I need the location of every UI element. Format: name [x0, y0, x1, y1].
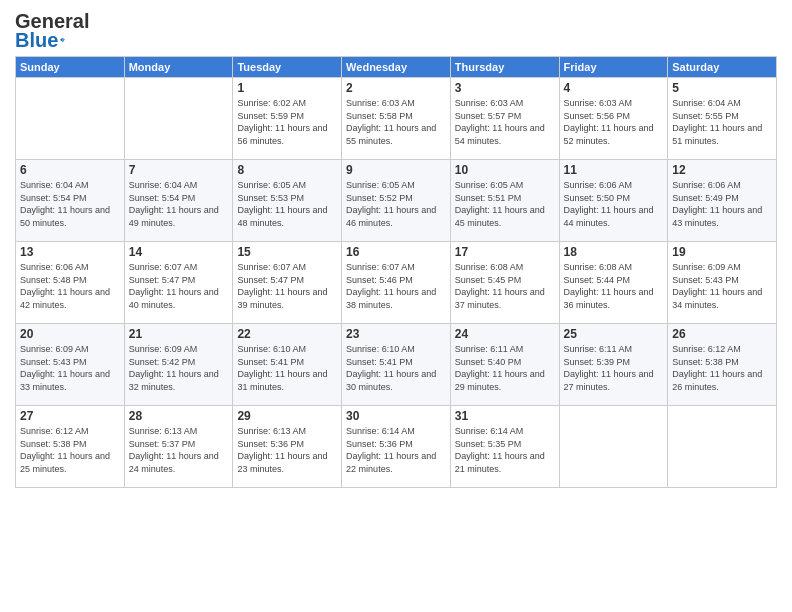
calendar-cell [124, 78, 233, 160]
calendar-cell: 28Sunrise: 6:13 AM Sunset: 5:37 PM Dayli… [124, 406, 233, 488]
day-number: 3 [455, 81, 555, 95]
calendar-cell: 31Sunrise: 6:14 AM Sunset: 5:35 PM Dayli… [450, 406, 559, 488]
day-number: 6 [20, 163, 120, 177]
day-number: 26 [672, 327, 772, 341]
day-info: Sunrise: 6:03 AM Sunset: 5:58 PM Dayligh… [346, 97, 446, 147]
day-info: Sunrise: 6:03 AM Sunset: 5:56 PM Dayligh… [564, 97, 664, 147]
day-number: 31 [455, 409, 555, 423]
day-number: 20 [20, 327, 120, 341]
day-info: Sunrise: 6:09 AM Sunset: 5:43 PM Dayligh… [20, 343, 120, 393]
weekday-header-saturday: Saturday [668, 57, 777, 78]
calendar-cell: 20Sunrise: 6:09 AM Sunset: 5:43 PM Dayli… [16, 324, 125, 406]
calendar-cell: 12Sunrise: 6:06 AM Sunset: 5:49 PM Dayli… [668, 160, 777, 242]
weekday-header-sunday: Sunday [16, 57, 125, 78]
calendar-cell: 11Sunrise: 6:06 AM Sunset: 5:50 PM Dayli… [559, 160, 668, 242]
day-info: Sunrise: 6:07 AM Sunset: 5:46 PM Dayligh… [346, 261, 446, 311]
page-container: General Blue SundayMondayTuesdayWednesda [0, 0, 792, 612]
day-number: 19 [672, 245, 772, 259]
day-info: Sunrise: 6:04 AM Sunset: 5:54 PM Dayligh… [129, 179, 229, 229]
day-number: 18 [564, 245, 664, 259]
day-info: Sunrise: 6:10 AM Sunset: 5:41 PM Dayligh… [237, 343, 337, 393]
day-info: Sunrise: 6:09 AM Sunset: 5:43 PM Dayligh… [672, 261, 772, 311]
day-number: 10 [455, 163, 555, 177]
calendar-cell: 1Sunrise: 6:02 AM Sunset: 5:59 PM Daylig… [233, 78, 342, 160]
logo-text-blue: Blue [15, 29, 58, 52]
day-info: Sunrise: 6:05 AM Sunset: 5:52 PM Dayligh… [346, 179, 446, 229]
calendar-cell: 17Sunrise: 6:08 AM Sunset: 5:45 PM Dayli… [450, 242, 559, 324]
day-number: 8 [237, 163, 337, 177]
week-row-1: 1Sunrise: 6:02 AM Sunset: 5:59 PM Daylig… [16, 78, 777, 160]
calendar-cell: 13Sunrise: 6:06 AM Sunset: 5:48 PM Dayli… [16, 242, 125, 324]
weekday-header-wednesday: Wednesday [342, 57, 451, 78]
day-info: Sunrise: 6:07 AM Sunset: 5:47 PM Dayligh… [129, 261, 229, 311]
weekday-header-monday: Monday [124, 57, 233, 78]
day-info: Sunrise: 6:06 AM Sunset: 5:50 PM Dayligh… [564, 179, 664, 229]
day-info: Sunrise: 6:11 AM Sunset: 5:40 PM Dayligh… [455, 343, 555, 393]
calendar-cell: 18Sunrise: 6:08 AM Sunset: 5:44 PM Dayli… [559, 242, 668, 324]
calendar-cell: 5Sunrise: 6:04 AM Sunset: 5:55 PM Daylig… [668, 78, 777, 160]
day-info: Sunrise: 6:09 AM Sunset: 5:42 PM Dayligh… [129, 343, 229, 393]
day-info: Sunrise: 6:14 AM Sunset: 5:35 PM Dayligh… [455, 425, 555, 475]
calendar-cell: 24Sunrise: 6:11 AM Sunset: 5:40 PM Dayli… [450, 324, 559, 406]
calendar-cell: 8Sunrise: 6:05 AM Sunset: 5:53 PM Daylig… [233, 160, 342, 242]
calendar-cell: 29Sunrise: 6:13 AM Sunset: 5:36 PM Dayli… [233, 406, 342, 488]
week-row-5: 27Sunrise: 6:12 AM Sunset: 5:38 PM Dayli… [16, 406, 777, 488]
day-info: Sunrise: 6:02 AM Sunset: 5:59 PM Dayligh… [237, 97, 337, 147]
week-row-4: 20Sunrise: 6:09 AM Sunset: 5:43 PM Dayli… [16, 324, 777, 406]
day-info: Sunrise: 6:14 AM Sunset: 5:36 PM Dayligh… [346, 425, 446, 475]
calendar-cell: 19Sunrise: 6:09 AM Sunset: 5:43 PM Dayli… [668, 242, 777, 324]
calendar-cell: 6Sunrise: 6:04 AM Sunset: 5:54 PM Daylig… [16, 160, 125, 242]
calendar-cell: 22Sunrise: 6:10 AM Sunset: 5:41 PM Dayli… [233, 324, 342, 406]
day-number: 12 [672, 163, 772, 177]
calendar-cell: 2Sunrise: 6:03 AM Sunset: 5:58 PM Daylig… [342, 78, 451, 160]
calendar-cell: 23Sunrise: 6:10 AM Sunset: 5:41 PM Dayli… [342, 324, 451, 406]
day-info: Sunrise: 6:06 AM Sunset: 5:48 PM Dayligh… [20, 261, 120, 311]
day-number: 14 [129, 245, 229, 259]
calendar-cell: 7Sunrise: 6:04 AM Sunset: 5:54 PM Daylig… [124, 160, 233, 242]
day-number: 30 [346, 409, 446, 423]
day-number: 9 [346, 163, 446, 177]
day-number: 4 [564, 81, 664, 95]
calendar-cell [559, 406, 668, 488]
header: General Blue [15, 10, 777, 50]
logo-icon [60, 30, 65, 50]
calendar-cell [668, 406, 777, 488]
calendar-cell: 27Sunrise: 6:12 AM Sunset: 5:38 PM Dayli… [16, 406, 125, 488]
day-info: Sunrise: 6:07 AM Sunset: 5:47 PM Dayligh… [237, 261, 337, 311]
day-info: Sunrise: 6:12 AM Sunset: 5:38 PM Dayligh… [20, 425, 120, 475]
day-number: 27 [20, 409, 120, 423]
day-info: Sunrise: 6:08 AM Sunset: 5:45 PM Dayligh… [455, 261, 555, 311]
weekday-header-thursday: Thursday [450, 57, 559, 78]
day-number: 11 [564, 163, 664, 177]
weekday-header-row: SundayMondayTuesdayWednesdayThursdayFrid… [16, 57, 777, 78]
day-number: 1 [237, 81, 337, 95]
calendar-cell: 3Sunrise: 6:03 AM Sunset: 5:57 PM Daylig… [450, 78, 559, 160]
day-number: 7 [129, 163, 229, 177]
day-number: 23 [346, 327, 446, 341]
day-info: Sunrise: 6:13 AM Sunset: 5:37 PM Dayligh… [129, 425, 229, 475]
day-number: 17 [455, 245, 555, 259]
day-info: Sunrise: 6:05 AM Sunset: 5:51 PM Dayligh… [455, 179, 555, 229]
day-info: Sunrise: 6:04 AM Sunset: 5:55 PM Dayligh… [672, 97, 772, 147]
calendar-cell: 10Sunrise: 6:05 AM Sunset: 5:51 PM Dayli… [450, 160, 559, 242]
day-number: 5 [672, 81, 772, 95]
day-number: 22 [237, 327, 337, 341]
weekday-header-friday: Friday [559, 57, 668, 78]
day-number: 29 [237, 409, 337, 423]
day-info: Sunrise: 6:05 AM Sunset: 5:53 PM Dayligh… [237, 179, 337, 229]
day-info: Sunrise: 6:04 AM Sunset: 5:54 PM Dayligh… [20, 179, 120, 229]
calendar-cell: 21Sunrise: 6:09 AM Sunset: 5:42 PM Dayli… [124, 324, 233, 406]
day-info: Sunrise: 6:03 AM Sunset: 5:57 PM Dayligh… [455, 97, 555, 147]
calendar-cell: 26Sunrise: 6:12 AM Sunset: 5:38 PM Dayli… [668, 324, 777, 406]
calendar-cell: 14Sunrise: 6:07 AM Sunset: 5:47 PM Dayli… [124, 242, 233, 324]
calendar-cell: 25Sunrise: 6:11 AM Sunset: 5:39 PM Dayli… [559, 324, 668, 406]
logo: General Blue [15, 10, 65, 50]
day-number: 25 [564, 327, 664, 341]
day-number: 24 [455, 327, 555, 341]
day-info: Sunrise: 6:13 AM Sunset: 5:36 PM Dayligh… [237, 425, 337, 475]
day-info: Sunrise: 6:12 AM Sunset: 5:38 PM Dayligh… [672, 343, 772, 393]
calendar-cell: 4Sunrise: 6:03 AM Sunset: 5:56 PM Daylig… [559, 78, 668, 160]
day-info: Sunrise: 6:11 AM Sunset: 5:39 PM Dayligh… [564, 343, 664, 393]
calendar-cell: 9Sunrise: 6:05 AM Sunset: 5:52 PM Daylig… [342, 160, 451, 242]
day-number: 28 [129, 409, 229, 423]
